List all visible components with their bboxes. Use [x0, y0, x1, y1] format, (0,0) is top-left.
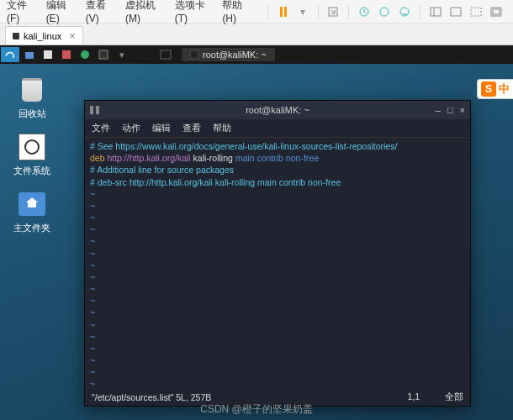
svg-rect-16 — [190, 50, 198, 59]
desktop-icon-trash[interactable]: 回收站 — [10, 75, 54, 120]
ime-indicator[interactable]: S 中 — [477, 79, 513, 99]
menu-tabs[interactable]: 选项卡(T) — [175, 0, 211, 24]
dropdown-icon[interactable]: ▾ — [297, 5, 308, 18]
terminal-window: root@kaliMK: ~ – □ × 文件 动作 编辑 查看 帮助 # Se… — [84, 100, 471, 407]
menu-file[interactable]: 文件(F) — [7, 0, 34, 24]
svg-rect-15 — [161, 50, 171, 59]
terminal-task-icon — [190, 50, 198, 59]
task-label: root@kaliMK: ~ — [203, 50, 267, 60]
taskbar-window-button[interactable]: root@kaliMK: ~ — [182, 48, 275, 61]
menu-help[interactable]: 帮助(H) — [222, 0, 251, 24]
status-mode: 全部 — [445, 391, 463, 403]
menu-edit[interactable]: 编辑(E) — [46, 0, 74, 24]
view2-icon[interactable] — [450, 5, 462, 18]
pause-icon[interactable] — [278, 5, 288, 18]
workspace-icon[interactable] — [157, 47, 174, 62]
terminal-launcher-icon[interactable] — [95, 47, 112, 62]
term-menu-edit[interactable]: 编辑 — [152, 122, 171, 134]
ime-lang-label: 中 — [499, 81, 510, 97]
desktop-icons: 回收站 文件系统 主文件夹 — [10, 75, 54, 234]
desktop-icon-home[interactable]: 主文件夹 — [10, 189, 54, 234]
app2-icon[interactable] — [58, 47, 75, 62]
term-menu-view[interactable]: 查看 — [182, 122, 201, 134]
terminal-app-icon — [90, 106, 99, 114]
terminal-titlebar[interactable]: root@kaliMK: ~ – □ × — [85, 101, 470, 119]
csdn-watermark: CSDN @橙子的坚果奶盖 — [200, 402, 313, 417]
kali-menu-icon[interactable] — [1, 47, 19, 62]
sogou-logo-icon: S — [481, 81, 496, 97]
filesystem-icon — [19, 134, 45, 160]
vm-desktop[interactable]: ▾ root@kaliMK: ~ 回收站 文件系统 主文件夹 S 中 root@… — [0, 45, 513, 420]
separator — [318, 4, 319, 19]
app4-icon[interactable]: ▾ — [114, 47, 130, 62]
term-menu-file[interactable]: 文件 — [92, 122, 110, 134]
files-icon[interactable] — [21, 47, 38, 62]
window-maximize-button[interactable]: □ — [447, 105, 453, 115]
revert-icon[interactable] — [378, 5, 390, 18]
svg-rect-10 — [25, 52, 34, 59]
status-position: 1,1 — [407, 391, 420, 403]
filesystem-label: 文件系统 — [10, 165, 54, 177]
view1-icon[interactable] — [430, 5, 442, 18]
svg-point-2 — [380, 8, 389, 16]
window-close-button[interactable]: × — [460, 105, 465, 115]
home-label: 主文件夹 — [10, 222, 54, 234]
app-menubar: 文件(F) 编辑(E) 查看(V) 虚拟机(M) 选项卡(T) 帮助(H) ▾ — [0, 0, 513, 24]
status-file: "/etc/apt/sources.list" 5L, 257B — [92, 392, 211, 402]
svg-rect-14 — [99, 50, 108, 59]
window-minimize-button[interactable]: – — [436, 105, 441, 115]
separator — [420, 4, 420, 19]
snapshot-icon[interactable] — [358, 5, 370, 18]
tab-icon — [13, 33, 19, 39]
term-menu-action[interactable]: 动作 — [122, 122, 140, 134]
svg-rect-4 — [431, 8, 441, 16]
tab-kali-linux[interactable]: kali_linux × — [5, 26, 83, 45]
menu-view[interactable]: 查看(V) — [86, 0, 114, 24]
home-icon — [19, 192, 45, 216]
send-icon[interactable] — [327, 5, 339, 18]
separator — [267, 4, 268, 19]
svg-rect-7 — [471, 8, 481, 16]
unity-icon[interactable] — [490, 5, 502, 18]
tab-bar: kali_linux × — [0, 24, 513, 45]
tab-close-icon[interactable]: × — [69, 29, 76, 42]
terminal-content[interactable]: # See https://www.kali.org/docs/general-… — [85, 138, 470, 389]
trash-label: 回收站 — [10, 108, 54, 120]
app3-icon[interactable] — [77, 47, 93, 62]
terminal-menubar: 文件 动作 编辑 查看 帮助 — [85, 119, 470, 138]
fullscreen-icon[interactable] — [470, 5, 482, 18]
svg-rect-11 — [44, 50, 52, 59]
tab-label: kali_linux — [24, 31, 61, 41]
svg-rect-9 — [493, 9, 500, 14]
svg-point-13 — [81, 50, 89, 59]
term-menu-help[interactable]: 帮助 — [213, 122, 231, 134]
trash-icon — [22, 78, 42, 102]
svg-rect-6 — [451, 8, 461, 16]
separator — [348, 4, 349, 19]
svg-rect-12 — [62, 50, 71, 59]
menu-vm[interactable]: 虚拟机(M) — [125, 0, 163, 24]
terminal-title-text: root@kaliMK: ~ — [246, 105, 309, 115]
kali-taskbar: ▾ root@kaliMK: ~ — [0, 45, 513, 64]
manage-icon[interactable] — [399, 5, 410, 18]
app1-icon[interactable] — [40, 47, 56, 62]
desktop-icon-filesystem[interactable]: 文件系统 — [10, 132, 54, 177]
